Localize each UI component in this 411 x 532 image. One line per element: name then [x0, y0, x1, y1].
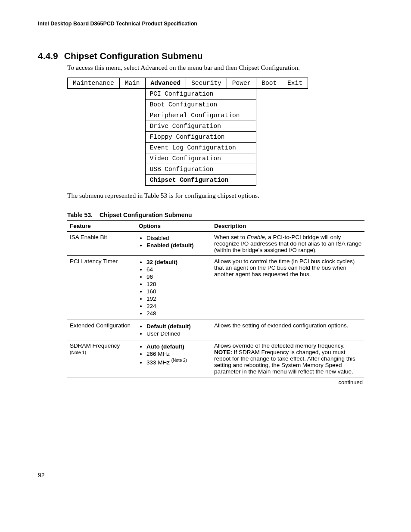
- feature-cell: Extended Configuration: [67, 320, 136, 340]
- description-cell: Allows you to control the time (in PCI b…: [212, 256, 364, 320]
- submenu-item-active: Chipset Configuration: [146, 175, 256, 185]
- submenu-item: Peripheral Configuration: [146, 110, 256, 121]
- options-cell: Auto (default) 266 MHz 333 MHz (Note 2): [136, 340, 212, 377]
- section-title-text: Chipset Configuration Submenu: [64, 51, 203, 61]
- table-caption: Table 53.Chipset Configuration Submenu: [67, 212, 380, 218]
- col-header-options: Options: [136, 221, 212, 232]
- page-number: 92: [38, 472, 380, 479]
- note-text: If SDRAM Frequency is changed, you must …: [214, 349, 355, 375]
- description-cell: Allows the setting of extended configura…: [212, 320, 364, 340]
- desc-line: Allows override of the detected memory f…: [214, 342, 362, 349]
- table-label: Table 53.: [67, 212, 93, 218]
- advanced-submenu: PCI Configuration Boot Configuration Per…: [145, 89, 256, 186]
- col-header-feature: Feature: [67, 221, 136, 232]
- option: 160: [146, 288, 209, 295]
- bios-menu-diagram: Maintenance Main Advanced Security Power…: [67, 78, 308, 186]
- options-cell: Disabled Enabled (default): [136, 232, 212, 256]
- submenu-item: PCI Configuration: [146, 89, 256, 100]
- options-cell: 32 (default) 64 96 128 160 192 224 248: [136, 256, 212, 320]
- option-default: Enabled (default): [146, 242, 209, 249]
- menu-item-main: Main: [119, 78, 145, 89]
- description-cell: Allows override of the detected memory f…: [212, 340, 364, 377]
- running-header: Intel Desktop Board D865PCD Technical Pr…: [38, 21, 380, 27]
- feature-cell: PCI Latency Timer: [67, 256, 136, 320]
- table-row: ISA Enable Bit Disabled Enabled (default…: [67, 232, 364, 256]
- option: 64: [146, 266, 209, 273]
- table-row: Extended Configuration Default (default)…: [67, 320, 364, 340]
- desc-emphasis: Enable: [247, 234, 265, 240]
- option-default: 32 (default): [146, 259, 209, 265]
- option: 333 MHz (Note 2): [146, 358, 209, 366]
- section-number: 4.4.9: [38, 51, 58, 61]
- table-row: SDRAM Frequency (Note 1) Auto (default) …: [67, 340, 364, 377]
- feature-cell: SDRAM Frequency (Note 1): [67, 340, 136, 377]
- feature-note: (Note 1): [70, 350, 86, 355]
- description-cell: When set to Enable, a PCI-to-PCI bridge …: [212, 232, 364, 256]
- option-default: Auto (default): [146, 343, 209, 350]
- menu-item-maintenance: Maintenance: [68, 78, 120, 89]
- menu-item-power: Power: [227, 78, 256, 89]
- table-title: Chipset Configuration Submenu: [100, 212, 192, 218]
- feature-cell: ISA Enable Bit: [67, 232, 136, 256]
- option-default: Default (default): [146, 323, 209, 330]
- paragraph: The submenu represented in Table 53 is f…: [67, 192, 380, 199]
- desc-note: NOTE: If SDRAM Frequency is changed, you…: [214, 349, 362, 375]
- option: 266 MHz: [146, 351, 209, 357]
- table-row: PCI Latency Timer 32 (default) 64 96 128…: [67, 256, 364, 320]
- continued-label: continued: [38, 379, 363, 386]
- section-intro: To access this menu, select Advanced on …: [67, 64, 380, 72]
- submenu-item: USB Configuration: [146, 164, 256, 175]
- options-cell: Default (default) User Defined: [136, 320, 212, 340]
- option: Disabled: [146, 235, 209, 241]
- option-note: (Note 2): [171, 358, 187, 363]
- col-header-description: Description: [212, 221, 364, 232]
- menu-item-security: Security: [186, 78, 227, 89]
- submenu-item: Video Configuration: [146, 153, 256, 164]
- option: 224: [146, 303, 209, 309]
- chipset-config-table: Feature Options Description ISA Enable B…: [67, 220, 364, 377]
- option: 192: [146, 296, 209, 302]
- desc-text: When set to: [214, 234, 247, 240]
- submenu-item: Boot Configuration: [146, 100, 256, 110]
- option-text: 333 MHz: [146, 359, 171, 366]
- submenu-item: Event Log Configuration: [146, 143, 256, 153]
- option: 128: [146, 281, 209, 287]
- section-heading: 4.4.9Chipset Configuration Submenu: [38, 51, 380, 61]
- option: 248: [146, 310, 209, 317]
- menu-item-advanced: Advanced: [145, 78, 186, 89]
- note-label: NOTE:: [214, 349, 232, 355]
- option: 96: [146, 274, 209, 280]
- option: User Defined: [146, 330, 209, 337]
- menu-item-exit: Exit: [282, 78, 308, 89]
- submenu-item: Floppy Configuration: [146, 132, 256, 143]
- feature-name: SDRAM Frequency: [70, 342, 120, 349]
- submenu-item: Drive Configuration: [146, 121, 256, 132]
- menu-item-boot: Boot: [256, 78, 282, 89]
